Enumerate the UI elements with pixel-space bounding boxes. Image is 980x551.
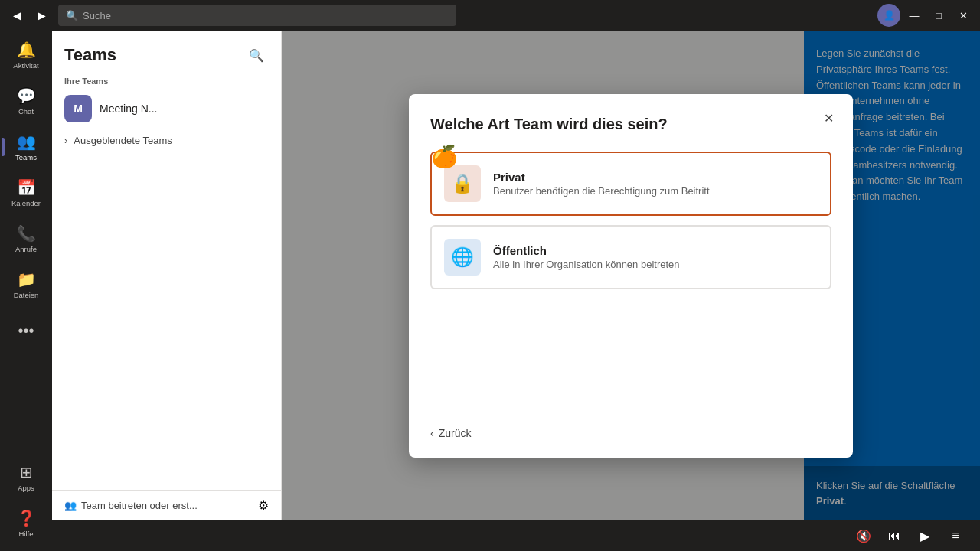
dialog-overlay[interactable]: 🍊 Welche Art Team wird dies sein? ✕ 🔒 Pr…: [282, 31, 980, 520]
sidebar-item-kalender[interactable]: 📅 Kalender: [5, 171, 47, 214]
join-icon: 👥: [64, 500, 77, 511]
search-placeholder: Suche: [83, 10, 111, 21]
dialog: Welche Art Team wird dies sein? ✕ 🔒 Priv…: [409, 94, 853, 458]
private-option-text: Privat Benutzer benötigen die Berechtigu…: [493, 171, 710, 197]
teams-panel: Teams 🔍 Ihre Teams M Meeting N... › Ausg…: [52, 31, 282, 520]
private-title: Privat: [493, 171, 710, 184]
back-button-dialog[interactable]: ‹ Zurück: [430, 427, 471, 439]
option-card-private[interactable]: 🔒 Privat Benutzer benötigen die Berechti…: [430, 152, 831, 216]
sidebar-label-chat: Chat: [18, 107, 34, 116]
sidebar-item-chat[interactable]: 💬 Chat: [5, 80, 47, 122]
back-button[interactable]: ◀: [6, 5, 28, 26]
sidebar-item-aktivitaet[interactable]: 🔔 Aktivität: [5, 34, 47, 77]
minimize-button[interactable]: —: [903, 5, 925, 26]
sidebar-label-teams: Teams: [15, 153, 37, 161]
sidebar-bottom: ⊞ Apps ❓ Hilfe: [5, 456, 47, 551]
sidebar-label-hilfe: Hilfe: [18, 530, 33, 538]
join-label: Team beitreten oder erst...: [81, 500, 198, 511]
nav-buttons: ◀ ▶: [6, 5, 52, 26]
apps-icon: ⊞: [20, 463, 33, 481]
files-icon: 📁: [17, 270, 36, 289]
public-desc: Alle in Ihrer Organisation können beitre…: [493, 259, 680, 270]
content-area: Teams 🔍 Ihre Teams M Meeting N... › Ausg…: [52, 31, 980, 551]
lock-icon: 🔒: [451, 173, 474, 194]
avatar-initials: 👤: [884, 10, 895, 21]
teams-icon: 👥: [17, 132, 36, 151]
close-button[interactable]: ✕: [952, 5, 974, 26]
activity-icon: 🔔: [17, 41, 36, 59]
teams-header: Teams 🔍: [52, 31, 281, 73]
team-name-meeting: Meeting N...: [100, 103, 157, 115]
settings-button[interactable]: ⚙: [258, 498, 269, 513]
dialog-close-button[interactable]: ✕: [816, 106, 841, 131]
sidebar-label-anrufe: Anrufe: [15, 245, 37, 253]
globe-icon: 🌐: [451, 246, 474, 268]
sidebar: 🔔 Aktivität 💬 Chat 👥 Teams 📅 Kalender 📞 …: [0, 31, 52, 551]
sidebar-label-dateien: Dateien: [14, 291, 39, 299]
hidden-teams-row[interactable]: › Ausgeblendete Teams: [52, 129, 281, 152]
sidebar-item-hilfe[interactable]: ❓ Hilfe: [5, 502, 47, 545]
option-card-public[interactable]: 🌐 Öffentlich Alle in Ihrer Organisation …: [430, 225, 831, 289]
main-container: 🔔 Aktivität 💬 Chat 👥 Teams 📅 Kalender 📞 …: [0, 31, 980, 551]
playlist-button[interactable]: ≡: [943, 523, 968, 548]
back-label: Zurück: [439, 427, 472, 439]
titlebar-right: 👤 — □ ✕: [877, 4, 974, 27]
sidebar-label-apps: Apps: [18, 484, 34, 492]
titlebar-left: ◀ ▶ 🔍 Suche: [6, 5, 456, 26]
forward-button[interactable]: ▶: [31, 5, 52, 26]
public-option-text: Öffentlich Alle in Ihrer Organisation kö…: [493, 244, 680, 270]
sidebar-item-teams[interactable]: 👥 Teams: [5, 126, 47, 168]
sidebar-item-more[interactable]: •••: [5, 309, 47, 352]
help-icon: ❓: [17, 509, 36, 527]
public-icon-box: 🌐: [444, 239, 481, 276]
teams-footer: 👥 Team beitreten oder erst... ⚙: [52, 490, 281, 520]
teams-title: Teams: [64, 45, 116, 65]
search-bar[interactable]: 🔍 Suche: [58, 5, 456, 26]
back-chevron-icon: ‹: [430, 427, 434, 439]
private-icon-box: 🔒: [444, 165, 481, 202]
hidden-teams-label: Ausgeblendete Teams: [74, 135, 172, 146]
join-team-button[interactable]: 👥 Team beitreten oder erst...: [64, 500, 198, 511]
chevron-down-icon: ›: [64, 135, 67, 146]
mute-button[interactable]: 🔇: [851, 523, 876, 548]
right-content: Legen Sie zunächst die Privatsphäre Ihre…: [282, 31, 980, 520]
chat-icon: 💬: [17, 86, 36, 105]
teams-search-button[interactable]: 🔍: [244, 43, 269, 67]
search-icon: 🔍: [66, 10, 78, 21]
media-bar: 🔇 ⏮ ▶ ≡: [52, 520, 980, 551]
team-avatar-meeting: M: [64, 95, 92, 122]
sidebar-label-aktivitaet: Aktivität: [13, 61, 38, 70]
dialog-title: Welche Art Team wird dies sein?: [430, 116, 831, 133]
sidebar-item-apps[interactable]: ⊞ Apps: [5, 456, 47, 499]
play-button[interactable]: ▶: [913, 523, 937, 548]
private-desc: Benutzer benötigen die Berechtigung zum …: [493, 185, 710, 197]
more-icon: •••: [18, 322, 34, 340]
my-teams-label: Ihre Teams: [52, 73, 281, 89]
calendar-icon: 📅: [17, 178, 36, 197]
sidebar-item-dateien[interactable]: 📁 Dateien: [5, 263, 47, 306]
sidebar-item-anrufe[interactable]: 📞 Anrufe: [5, 217, 47, 260]
dialog-footer: ‹ Zurück: [430, 427, 831, 439]
titlebar: ◀ ▶ 🔍 Suche 👤 — □ ✕: [0, 0, 980, 31]
maximize-button[interactable]: □: [928, 5, 949, 26]
avatar[interactable]: 👤: [877, 4, 900, 27]
calls-icon: 📞: [17, 224, 36, 243]
prev-button[interactable]: ⏮: [882, 523, 906, 548]
public-title: Öffentlich: [493, 244, 680, 257]
sidebar-label-kalender: Kalender: [11, 199, 41, 207]
team-item-meeting[interactable]: M Meeting N...: [52, 89, 281, 129]
